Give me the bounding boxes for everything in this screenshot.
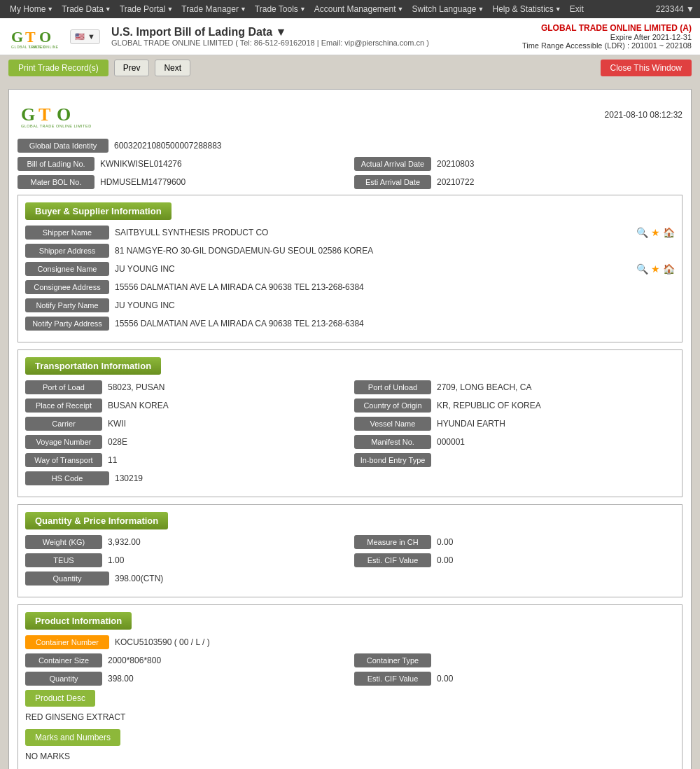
master-bol-row: Mater BOL No. HDMUSELM14779600 Esti Arri… [18,175,682,189]
time-range: Time Range Accessible (LDR) : 201001 ~ 2… [522,41,692,50]
consignee-address-value: 15556 DALMATIAN AVE LA MIRADA CA 90638 T… [115,282,675,292]
prod-cif-label: Esti. CIF Value [354,672,431,686]
hs-code-row: HS Code 130219 [25,471,675,485]
prev-button-top[interactable]: Prev [114,60,150,76]
marks-numbers-button[interactable]: Marks and Numbers [25,729,120,746]
way-inbond-row: Way of Transport 11 In-bond Entry Type [25,453,675,467]
port-unload-value: 2709, LONG BEACH, CA [437,382,675,392]
prod-cif-col: Esti. CIF Value 0.00 [354,672,675,686]
inbond-col: In-bond Entry Type [354,453,675,467]
notify-party-address-label: Notify Party Address [25,317,109,331]
container-size-label: Container Size [25,653,102,667]
product-title: Product Information [25,612,132,630]
buyer-supplier-title: Buyer & Supplier Information [25,202,172,220]
vessel-col: Vessel Name HYUNDAI EARTH [354,417,675,431]
consignee-icons: 🔍 ★ 🏠 [636,263,675,275]
consignee-star-icon[interactable]: ★ [651,263,660,275]
manifest-col: Manifest No. 000001 [354,435,675,449]
weight-label: Weight (KG) [25,535,102,549]
container-number-value: KOCU5103590 ( 00 / L / ) [115,637,675,647]
svg-text:T: T [25,28,36,46]
esti-arrival-value: 20210722 [437,177,682,187]
top-action-bar: Print Trade Record(s) Prev Next Close Th… [0,55,700,81]
esti-arrival-label: Esti Arrival Date [354,175,431,189]
consignee-home-icon[interactable]: 🏠 [663,263,675,275]
manifest-label: Manifest No. [354,435,431,449]
notify-party-name-label: Notify Party Name [25,298,109,312]
consignee-address-row: Consignee Address 15556 DALMATIAN AVE LA… [25,280,675,294]
page-subtitle: GLOBAL TRADE ONLINE LIMITED ( Tel: 86-51… [111,39,429,47]
flag-button[interactable]: 🇺🇸 ▼ [70,29,100,44]
container-size-value: 2000*806*800 [108,656,346,665]
user-id: 223344 ▼ [656,4,694,14]
close-button-top[interactable]: Close This Window [601,60,692,76]
master-bol-value: HDMUSELM14779600 [100,177,346,187]
flag-icon: 🇺🇸 [75,32,85,41]
teus-col: TEUS 1.00 [25,553,346,567]
notify-party-address-row: Notify Party Address 15556 DALMATIAN AVE… [25,317,675,331]
nav-trade-data[interactable]: Trade Data ▼ [57,4,115,14]
nav-trade-portal[interactable]: Trade Portal ▼ [115,4,178,14]
svg-text:O: O [39,28,51,46]
shipper-address-row: Shipper Address 81 NAMGYE-RO 30-GIL DONG… [25,244,675,258]
record-card: G T O GLOBAL TRADE ONLINE LIMITED 2021-0… [8,89,692,769]
nav-trade-manager[interactable]: Trade Manager ▼ [177,4,251,14]
carrier-label: Carrier [25,417,102,431]
shipper-star-icon[interactable]: ★ [651,227,660,238]
nav-my-home[interactable]: My Home ▼ [6,4,57,14]
gto-logo: G T O GLOBAL TRADE ONLINE LIMITED [8,22,64,50]
receipt-origin-row: Place of Receipt BUSAN KOREA Country of … [25,399,675,413]
gto-logo-svg: G T O GLOBAL TRADE ONLINE LIMITED [8,22,64,50]
transportation-section: Transportation Information Port of Load … [18,349,682,497]
svg-text:GLOBAL TRADE ONLINE LIMITED: GLOBAL TRADE ONLINE LIMITED [21,124,92,128]
hs-code-value: 130219 [115,473,675,483]
record-logo-container: G T O GLOBAL TRADE ONLINE LIMITED [18,98,102,132]
header-bar: G T O GLOBAL TRADE ONLINE LIMITED 🇺🇸 ▼ U… [0,18,700,55]
bol-label: Bill of Lading No. [18,157,94,171]
quantity-price-title: Quantity & Price Information [25,512,168,529]
record-header: G T O GLOBAL TRADE ONLINE LIMITED 2021-0… [18,98,682,132]
svg-text:O: O [57,104,71,125]
nav-help-statistics[interactable]: Help & Statistics ▼ [488,4,565,14]
shipper-address-label: Shipper Address [25,244,109,258]
voyage-label: Voyage Number [25,435,102,449]
nav-exit[interactable]: Exit [566,4,588,14]
measure-col: Measure in CH 0.00 [354,535,675,549]
origin-label: Country of Origin [354,399,431,413]
teus-label: TEUS [25,553,102,567]
nav-trade-tools[interactable]: Trade Tools ▼ [251,4,310,14]
shipper-home-icon[interactable]: 🏠 [663,227,675,238]
consignee-search-icon[interactable]: 🔍 [636,263,648,275]
nav-switch-language[interactable]: Switch Language ▼ [407,4,488,14]
receipt-col: Place of Receipt BUSAN KOREA [25,399,346,413]
voyage-col: Voyage Number 028E [25,435,346,449]
notify-party-name-row: Notify Party Name JU YOUNG INC [25,298,675,312]
account-info: GLOBAL TRADE ONLINE LIMITED (A) Expire A… [522,23,692,50]
main-content: G T O GLOBAL TRADE ONLINE LIMITED 2021-0… [0,81,700,769]
master-bol-col: Mater BOL No. HDMUSELM14779600 [18,175,346,189]
hs-code-label: HS Code [25,471,109,485]
measure-label: Measure in CH [354,535,431,549]
shipper-search-icon[interactable]: 🔍 [636,227,648,238]
flag-arrow: ▼ [88,32,95,41]
notify-party-address-value: 15556 DALMATIAN AVE LA MIRADA CA 90638 T… [115,319,675,328]
logo-area: G T O GLOBAL TRADE ONLINE LIMITED 🇺🇸 ▼ [8,22,100,50]
shipper-icons: 🔍 ★ 🏠 [636,227,675,238]
measure-value: 0.00 [437,537,675,547]
voyage-manifest-row: Voyage Number 028E Manifest No. 000001 [25,435,675,449]
bol-col: Bill of Lading No. KWNIKWISEL014276 [18,157,346,171]
next-button-top[interactable]: Next [155,60,190,76]
page-title: U.S. Import Bill of Lading Data ▼ [111,26,429,39]
esti-cif-label: Esti. CIF Value [354,553,431,567]
print-button-top[interactable]: Print Trade Record(s) [8,60,108,76]
shipper-name-label: Shipper Name [25,226,109,240]
port-unload-col: Port of Unload 2709, LONG BEACH, CA [354,380,675,394]
bol-value: KWNIKWISEL014276 [100,159,346,169]
quantity-price-section: Quantity & Price Information Weight (KG)… [18,504,682,597]
port-unload-label: Port of Unload [354,380,431,394]
product-desc-button[interactable]: Product Desc [25,690,95,707]
nav-account-management[interactable]: Account Management ▼ [310,4,408,14]
buyer-supplier-section: Buyer & Supplier Information Shipper Nam… [18,195,682,342]
svg-text:G: G [11,28,23,46]
gdi-row: Global Data Identity 6003202108050000728… [18,139,682,153]
